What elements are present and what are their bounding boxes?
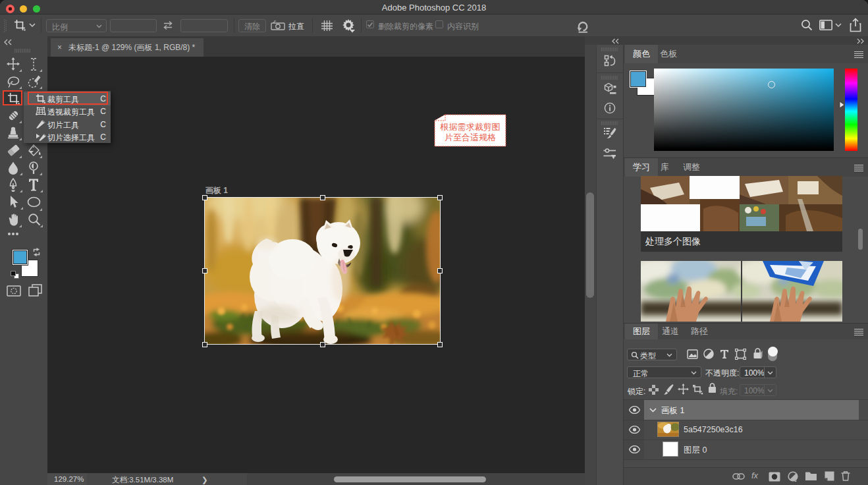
svg-text:根据需求裁剪图: 根据需求裁剪图 xyxy=(440,122,501,132)
svg-text:片至合适规格: 片至合适规格 xyxy=(445,132,496,142)
